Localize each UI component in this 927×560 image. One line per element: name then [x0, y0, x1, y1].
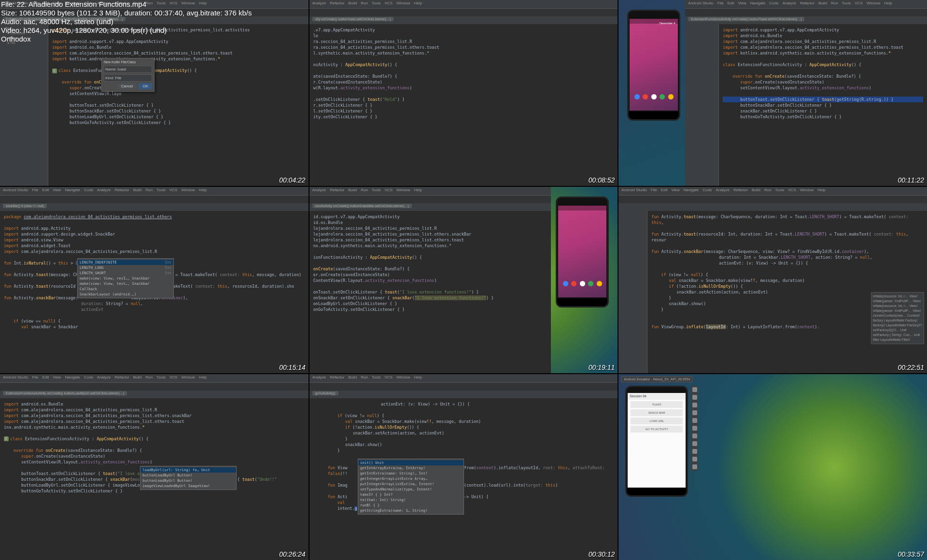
meta-app: Orthodox [1, 35, 252, 43]
ide-menubar[interactable]: Android StudioFileEditViewNavigateCodeAn… [0, 187, 309, 196]
snackbar-button[interactable]: SNACK BAR [631, 409, 683, 416]
class-gutter-icon[interactable]: C [52, 69, 57, 73]
editor-tabs[interactable]: ExtensionFunctionsActivity onCreate() bu… [0, 391, 309, 398]
breadcrumb[interactable] [309, 196, 551, 203]
app-icon[interactable] [651, 94, 657, 99]
android-emulator[interactable]: December 4 [627, 10, 680, 121]
editor-tabs[interactable]: goToActivity() [309, 391, 618, 398]
back-icon[interactable] [692, 441, 697, 446]
ide-menubar[interactable]: AnalyzeRefactorBuildRunToolsVCSWindowHel… [309, 374, 618, 383]
power-icon[interactable] [692, 387, 697, 392]
ac-item[interactable]: putIntegerArrayListExt(na… Intent! [358, 481, 464, 487]
app-icon[interactable] [580, 281, 585, 286]
ac-item[interactable]: runBl { } [358, 503, 464, 508]
timestamp: 00:30:12 [589, 550, 615, 558]
cancel-button[interactable]: Cancel [117, 83, 137, 89]
ide-menubar[interactable]: Android StudioFileEditViewNavigateCodeAn… [685, 0, 927, 9]
editor-tabs[interactable] [618, 203, 927, 211]
timestamp: 00:26:24 [279, 550, 306, 558]
ac-item[interactable]: SnackbarLayout (android.…) [78, 292, 173, 297]
autocomplete-popup[interactable]: init() Unit getIntArrayExtra(na… IntArra… [358, 459, 464, 515]
editor-tabs[interactable]: vity onCreate() buttonToast.setOnClickLi… [309, 16, 618, 24]
ac-item[interactable]: make(view: View, text…, Snackbar [78, 281, 173, 286]
ok-button[interactable]: OK [139, 83, 152, 89]
ide-menubar[interactable]: AnalyzeRefactorBuildRunToolsVCSWindowHel… [309, 0, 618, 9]
editor-tabs[interactable]: sionActivity onCreate() buttonSnackBar.s… [309, 203, 551, 211]
ac-item[interactable]: LENGTH_INDEFINITEInt [78, 260, 173, 265]
ac-item[interactable]: init() Unit [358, 460, 464, 465]
screenshot-icon[interactable] [692, 426, 697, 431]
app-icon[interactable] [660, 94, 665, 99]
name-input[interactable]: Name: toast [104, 66, 152, 73]
timestamp: 00:19:11 [589, 364, 615, 371]
ac-item[interactable]: getIntExtra(name: String!… Int! [358, 471, 464, 476]
code-editor[interactable]: .v7.app.AppCompatActivity le ra.seccion_… [309, 24, 618, 186]
ac-item[interactable]: to(that: Int) String! [358, 497, 464, 503]
emulator-dock[interactable] [632, 94, 675, 101]
project-tree[interactable] [685, 24, 719, 186]
breadcrumb[interactable] [618, 196, 927, 203]
code-editor[interactable]: import android.support.v7.app.AppCompatA… [719, 24, 927, 186]
timestamp: 00:04:22 [279, 176, 306, 184]
ac-item[interactable]: LENGTH_SHORTInt [78, 270, 173, 276]
code-editor[interactable]: id.support.v7.app.AppCompatActivity id.o… [309, 211, 551, 373]
ac-item[interactable]: getIntegerArrayListExtra Array… [358, 476, 464, 481]
volume-down-icon[interactable] [692, 403, 697, 407]
overview-icon[interactable] [692, 457, 697, 462]
autocomplete-popup[interactable]: loadByUrl(url: String) fo… Unit buttonLo… [140, 466, 237, 490]
android-emulator[interactable]: Sección 04 TOAST SNACK BAR LOAD URL GO T… [625, 386, 688, 497]
code-editor[interactable]: package package com.alejandrolora.seccio… [48, 24, 309, 186]
app-icon[interactable] [571, 281, 576, 286]
autocomplete-popup[interactable]: inflate(resource: Int, r… View! inflate(… [871, 292, 924, 344]
class-gutter-icon[interactable]: C [4, 436, 9, 441]
ac-item[interactable]: Callback [78, 286, 173, 292]
breadcrumb[interactable] [0, 196, 309, 203]
project-tree[interactable] [618, 211, 647, 373]
app-icon[interactable] [597, 281, 602, 286]
android-emulator[interactable] [556, 196, 609, 308]
autocomplete-popup[interactable]: LENGTH_INDEFINITEInt LENGTH_LONGInt LENG… [77, 258, 174, 298]
ac-item[interactable]: imageViewLoadedByUrl ImageView! [140, 483, 236, 489]
ide-menubar[interactable]: Android StudioFileEditViewNavigateCodeAn… [0, 374, 309, 383]
zoom-icon[interactable] [692, 434, 697, 438]
ac-item[interactable]: LENGTH_LONGInt [78, 265, 173, 270]
emulator-toolbar[interactable] [691, 386, 698, 471]
ac-item[interactable]: takeIf { } Int? [358, 492, 464, 497]
emulator-dock[interactable] [561, 281, 604, 288]
breadcrumb[interactable] [309, 9, 618, 16]
rotate-right-icon[interactable] [692, 418, 697, 423]
app-icon[interactable] [588, 281, 593, 286]
app-icon[interactable] [643, 94, 648, 99]
emulator-navbar[interactable] [627, 488, 687, 495]
ac-item[interactable]: getIntArrayExtra(na… IntArray! [358, 465, 464, 471]
app-icon[interactable] [563, 281, 568, 286]
toast-button[interactable]: TOAST [631, 401, 683, 408]
thumbnail-4: Android StudioFileEditViewNavigateCodeAn… [0, 187, 309, 373]
ac-item[interactable]: make(view: View, resI…, Snackbar [78, 276, 173, 281]
ac-item[interactable]: setTypeAndNormalize(type… Intent! [358, 487, 464, 492]
kind-select[interactable]: Kind: File [104, 74, 152, 82]
editor-tabs[interactable]: snckBar() if (view == null) [0, 203, 309, 211]
rotate-left-icon[interactable] [692, 410, 697, 415]
ac-item[interactable]: loadByUrl(url: String) fo… Unit [140, 467, 236, 473]
volume-up-icon[interactable] [692, 395, 697, 400]
breadcrumb[interactable] [309, 383, 618, 391]
loadurl-button[interactable]: LOAD URL [631, 418, 683, 424]
ac-item[interactable]: buttonLoadByUrl Button! [140, 478, 236, 483]
more-icon[interactable] [692, 464, 697, 469]
emulator-navbar[interactable] [629, 112, 679, 119]
app-icon[interactable] [668, 94, 674, 99]
ac-item[interactable]: buttonLoadByUrl Button! [140, 473, 236, 478]
gotoactivity-button[interactable]: GO TO ACTIVITY [631, 426, 683, 433]
home-icon[interactable] [692, 449, 697, 454]
editor-tabs[interactable]: ExtensionFunctionsActivity onCreate() bu… [685, 16, 927, 24]
project-tree[interactable]: ▸ app ▸ manifests ▾ java ▸ res [0, 24, 48, 186]
ide-menubar[interactable]: AnalyzeRefactorBuildRunToolsVCSWindowHel… [309, 187, 551, 196]
emulator-navbar[interactable] [557, 298, 607, 306]
ide-menubar[interactable]: Android StudioFileEditViewNavigateCodeAn… [618, 187, 927, 196]
breadcrumb[interactable] [685, 9, 927, 16]
ac-item[interactable]: getStringExtra(name: S… String! [358, 508, 464, 513]
app-icon[interactable] [634, 94, 640, 99]
timestamp: 00:22:51 [898, 364, 925, 371]
breadcrumb[interactable] [0, 383, 309, 391]
